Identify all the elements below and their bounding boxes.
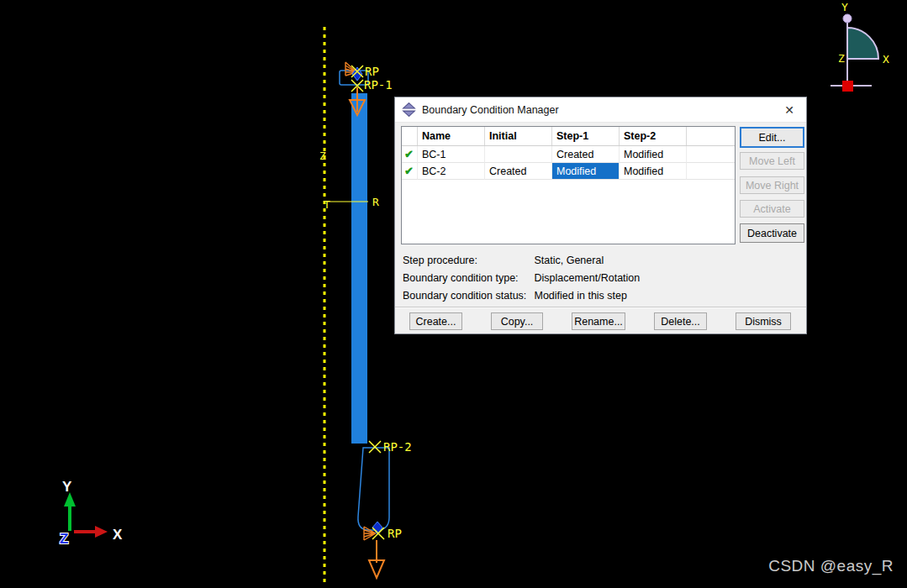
part-orientation-marker: Y Z X [831,1,889,92]
step-procedure-label: Step procedure: [403,255,531,266]
part-marker-y-label: Y [841,1,848,13]
bc-table: Name Initial Step-1 Step-2 ✔ BC-1 Create… [401,126,736,244]
delete-button[interactable]: Delete... [654,312,707,330]
bc-table-header-row: Name Initial Step-1 Step-2 [402,127,735,146]
cell-bc1-step1[interactable]: Created [552,146,620,163]
header-name: Name [418,127,485,145]
rp1-label: RP-1 [364,78,393,92]
header-step-2: Step-2 [620,127,687,145]
dismiss-button[interactable]: Dismiss [736,312,791,330]
move-right-button[interactable]: Move Right [740,176,804,194]
copy-button[interactable]: Copy... [491,312,543,330]
triad-y-label: Y [62,479,72,495]
manager-dialog-icon [402,102,416,117]
header-check-column [402,127,418,145]
cell-bc2-initial[interactable]: Created [485,163,552,180]
part-marker-quarter-wedge [847,28,878,59]
table-row-bc1[interactable]: ✔ BC-1 Created Modified [402,146,735,163]
rp2-label: RP-2 [383,440,412,454]
dialog-separator [395,307,806,308]
csdn-watermark: CSDN @easy_R [768,557,894,575]
cell-bc2-step1-selected[interactable]: Modified [552,163,620,180]
edit-button[interactable]: Edit... [740,127,804,148]
bc-status-label: Boundary condition status: [403,290,531,302]
load-arrow-bottom [369,540,384,578]
check-icon: ✔ [402,163,418,180]
bc-type-label: Boundary condition type: [403,272,531,284]
view-triad: Y X Z [60,479,123,547]
deactivate-button[interactable]: Deactivate [740,223,804,243]
move-left-button[interactable]: Move Left [740,152,804,170]
beam-part[interactable] [351,93,367,444]
header-initial: Initial [485,127,552,145]
table-row-bc2[interactable]: ✔ BC-2 Created Modified Modified [402,163,735,180]
cell-bc1-name[interactable]: BC-1 [418,146,485,163]
cell-bc2-step2[interactable]: Modified [620,163,687,180]
part-marker-red-square [842,81,853,92]
create-button[interactable]: Create... [409,312,462,330]
close-icon[interactable]: ✕ [779,103,799,117]
dialog-bottom-buttons: Create... Copy... Rename... Delete... Di… [395,312,806,330]
cell-bc1-initial[interactable] [485,146,552,163]
bc-status-line: Boundary condition status: Modified in t… [403,290,627,302]
triad-x-arrow [95,526,108,538]
csys-r-label: R [372,196,379,208]
step-procedure-value: Static, General [534,255,604,266]
triad-z-label: Z [60,531,68,547]
rename-button[interactable]: Rename... [572,312,625,330]
dialog-title: Boundary Condition Manager [422,104,559,116]
header-filler [687,127,735,145]
dialog-titlebar[interactable]: Boundary Condition Manager ✕ [395,97,806,123]
rp-bottom-label: RP [388,527,402,540]
step-procedure-line: Step procedure: Static, General [403,255,604,267]
bc-type-line: Boundary condition type: Displacement/Ro… [403,272,640,285]
row-filler [687,163,735,180]
csys-t-label: T [324,198,330,211]
boundary-condition-manager-dialog: Boundary Condition Manager ✕ Name Initia… [394,97,807,334]
check-icon: ✔ [402,146,418,163]
part-marker-z-label: Z [838,52,845,65]
part-marker-origin-dot [843,14,852,23]
rp2-marker[interactable] [369,441,381,453]
header-step-1: Step-1 [552,127,620,145]
part-marker-x-label: X [883,53,889,66]
abaqus-viewport: RP RP-1 Z T R RP-2 [0,0,907,588]
rp-top-label: RP [365,65,379,78]
activate-button[interactable]: Activate [740,200,804,218]
cell-bc1-step2[interactable]: Modified [620,146,687,163]
csys-z-label: Z [319,150,326,162]
triad-x-label: X [113,527,123,543]
row-filler [687,146,735,163]
bc-status-value: Modified in this step [534,290,626,302]
bottom-wireframe-shape[interactable] [358,448,389,530]
bc-type-value: Displacement/Rotation [534,272,640,284]
datum-csys: Z T R [319,150,379,211]
cell-bc2-name[interactable]: BC-2 [418,163,485,180]
